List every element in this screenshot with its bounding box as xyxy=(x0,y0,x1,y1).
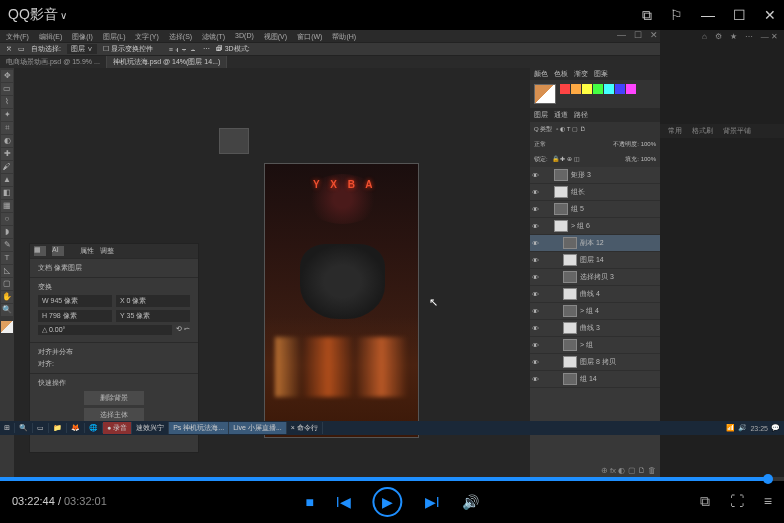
tb-live[interactable]: Live 小屏直播... xyxy=(229,422,287,434)
ps-options-bar: ⤱▭自动选择:图层 ∨☐ 显示变换控件 ≡ ⫞ ⫟ ⫠⋯🗊 3D模式: xyxy=(0,42,660,56)
shape-tool[interactable]: ▢ xyxy=(1,278,13,290)
path-tool[interactable]: ◺ xyxy=(1,265,13,277)
maximize-icon[interactable]: ☐ xyxy=(733,7,746,23)
type-tool[interactable]: T xyxy=(1,252,13,264)
pen-tool[interactable]: ✎ xyxy=(1,239,13,251)
color-picker[interactable] xyxy=(530,80,660,108)
tray-notif-icon[interactable]: 💬 xyxy=(771,424,780,432)
play-button[interactable]: ▶ xyxy=(373,487,403,517)
tb-app1[interactable]: 速效兴宁 xyxy=(132,422,169,434)
artwork-text: Y X B A xyxy=(313,179,377,190)
home-icon[interactable]: ⌂ xyxy=(702,32,707,42)
snapshot-button[interactable]: ⧉ xyxy=(700,493,710,510)
layer-row[interactable]: 👁曲线 4 xyxy=(530,286,660,303)
ps-close-icon: ✕ xyxy=(650,30,658,40)
next-button[interactable]: ▶I xyxy=(425,494,440,510)
more-icon[interactable]: ⋯ xyxy=(745,32,753,42)
eraser-tool[interactable]: ◧ xyxy=(1,187,13,199)
tb-browser[interactable]: 🌐 xyxy=(85,423,103,433)
layer-name: 矩形 3 xyxy=(571,170,591,180)
gear-icon[interactable]: ⚙ xyxy=(715,32,722,42)
remove-bg-button[interactable]: 删除背景 xyxy=(84,391,144,405)
ps-menubar: 文件(F)编辑(E)图像(I)图层(L)文字(Y)选择(S)滤镜(T)3D(D)… xyxy=(0,30,660,42)
visibility-icon[interactable]: 👁 xyxy=(532,359,542,366)
gradient-tool[interactable]: ▦ xyxy=(1,200,13,212)
layer-row[interactable]: 👁图层 14 xyxy=(530,252,660,269)
eyedrop-tool[interactable]: ◐ xyxy=(1,135,13,147)
tb-cmd[interactable]: × 命令行 xyxy=(287,422,323,434)
wand-tool[interactable]: ✦ xyxy=(1,109,13,121)
layer-row[interactable]: 👁组长 xyxy=(530,184,660,201)
layer-name: 曲线 3 xyxy=(580,323,600,333)
layer-row[interactable]: 👁组 14 xyxy=(530,371,660,388)
layer-row[interactable]: 👁图层 8 拷贝 xyxy=(530,354,660,371)
tb-record[interactable]: ● 录音 xyxy=(103,422,132,434)
visibility-icon[interactable]: 👁 xyxy=(532,172,542,179)
visibility-icon[interactable]: 👁 xyxy=(532,291,542,298)
volume-button[interactable]: 🔊 xyxy=(462,494,479,510)
side-app-panel: ⌂⚙★⋯— ✕ 常用格式刷背景平铺 xyxy=(660,30,784,477)
tb-firefox[interactable]: 🦊 xyxy=(67,423,85,433)
ps-toolbox: ✥ ▭ ⌇ ✦ ⌗ ◐ ✚ 🖌 ▲ ◧ ▦ ○ ◗ ✎ T ◺ ▢ ✋ 🔍 xyxy=(0,68,14,477)
visibility-icon[interactable]: 👁 xyxy=(532,206,542,213)
tab-doc2[interactable]: 神机玩法海.psd @ 14%(图层 14...) xyxy=(107,56,227,68)
tb-explorer[interactable]: 📁 xyxy=(49,423,67,433)
prev-button[interactable]: I◀ xyxy=(336,494,351,510)
layer-row[interactable]: 👁选择拷贝 3 xyxy=(530,269,660,286)
dodge-tool[interactable]: ◗ xyxy=(1,226,13,238)
layer-name: 图层 14 xyxy=(580,255,604,265)
hand-tool[interactable]: ✋ xyxy=(1,291,13,303)
pin-icon[interactable]: ⚐ xyxy=(670,7,683,23)
tab-doc1[interactable]: 电商场景动画.psd @ 15.9% ... xyxy=(0,56,107,68)
layer-row[interactable]: 👁> 组 6 xyxy=(530,218,660,235)
progress-bar[interactable] xyxy=(0,477,784,481)
pip-icon[interactable]: ⧉ xyxy=(642,7,652,24)
layer-row[interactable]: 👁组 5 xyxy=(530,201,660,218)
search-button[interactable]: 🔍 xyxy=(15,423,33,433)
layer-row[interactable]: 👁矩形 3 xyxy=(530,167,660,184)
visibility-icon[interactable]: 👁 xyxy=(532,325,542,332)
stamp-tool[interactable]: ▲ xyxy=(1,174,13,186)
visibility-icon[interactable]: 👁 xyxy=(532,240,542,247)
zoom-tool[interactable]: 🔍 xyxy=(1,304,13,316)
fullscreen-button[interactable]: ⛶ xyxy=(730,493,744,510)
color-swatch[interactable] xyxy=(1,321,13,333)
blur-tool[interactable]: ○ xyxy=(1,213,13,225)
minimize-icon[interactable]: — xyxy=(701,7,715,23)
layer-row[interactable]: 👁> 组 4 xyxy=(530,303,660,320)
start-button[interactable]: ⊞ xyxy=(0,423,15,433)
visibility-icon[interactable]: 👁 xyxy=(532,274,542,281)
crop-tool[interactable]: ⌗ xyxy=(1,122,13,134)
layer-name: 曲线 4 xyxy=(580,289,600,299)
star-icon[interactable]: ★ xyxy=(730,32,737,42)
tray-clock[interactable]: 23:25 xyxy=(750,425,768,432)
tray-vol-icon[interactable]: 🔊 xyxy=(738,424,747,432)
video-player-bar: 03:22:44 / 03:32:01 ■ I◀ ▶ ▶I 🔊 ⧉ ⛶ ≡ xyxy=(0,481,784,523)
select-subject-button[interactable]: 选择主体 xyxy=(84,408,144,422)
stop-button[interactable]: ■ xyxy=(305,494,313,510)
move-tool[interactable]: ✥ xyxy=(1,70,13,82)
tray-wifi-icon[interactable]: 📶 xyxy=(726,424,735,432)
visibility-icon[interactable]: 👁 xyxy=(532,308,542,315)
playlist-button[interactable]: ≡ xyxy=(764,493,772,510)
layer-row[interactable]: 👁曲线 3 xyxy=(530,320,660,337)
canvas-image[interactable]: Y X B A xyxy=(264,163,419,438)
layer-row[interactable]: 👁副本 12 xyxy=(530,235,660,252)
tb-photoshop[interactable]: Ps 神机玩法海... xyxy=(169,422,229,434)
visibility-icon[interactable]: 👁 xyxy=(532,376,542,383)
windows-taskbar: ⊞ 🔍 ▭ 📁 🦊 🌐 ● 录音 速效兴宁 Ps 神机玩法海... Live 小… xyxy=(0,421,660,435)
visibility-icon[interactable]: 👁 xyxy=(532,342,542,349)
visibility-icon[interactable]: 👁 xyxy=(532,189,542,196)
canvas-area: Y X B A ↖ ▦AI属性调整 文档 像素图层 变换 W 945 像素X 0… xyxy=(14,68,530,477)
brush-tool[interactable]: 🖌 xyxy=(1,161,13,173)
marquee-tool[interactable]: ▭ xyxy=(1,83,13,95)
taskview-button[interactable]: ▭ xyxy=(33,423,49,433)
ps-max-icon: ☐ xyxy=(634,30,642,40)
visibility-icon[interactable]: 👁 xyxy=(532,257,542,264)
lasso-tool[interactable]: ⌇ xyxy=(1,96,13,108)
layer-name: 组 5 xyxy=(571,204,584,214)
close-icon[interactable]: ✕ xyxy=(764,7,776,23)
visibility-icon[interactable]: 👁 xyxy=(532,223,542,230)
heal-tool[interactable]: ✚ xyxy=(1,148,13,160)
layer-row[interactable]: 👁> 组 xyxy=(530,337,660,354)
